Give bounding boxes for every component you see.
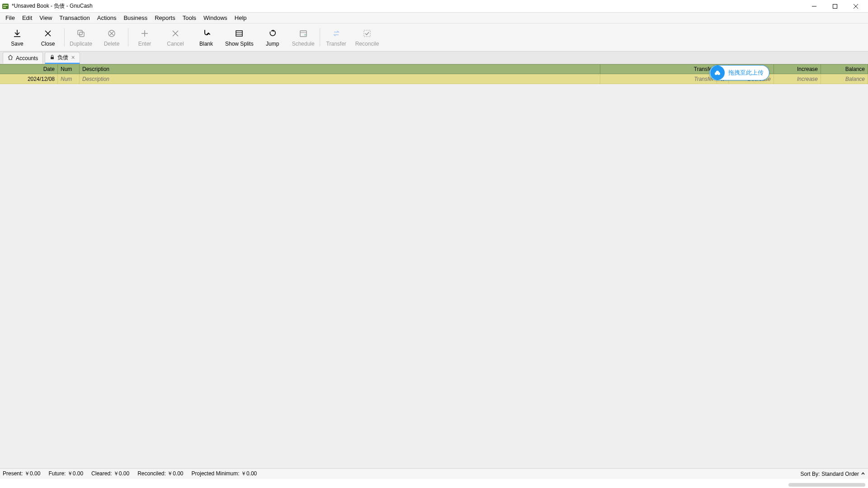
reconcile-icon (363, 28, 372, 39)
cell-balance[interactable]: Balance (821, 74, 868, 84)
menu-edit[interactable]: Edit (19, 13, 36, 23)
delete-icon (107, 28, 116, 39)
enter-button[interactable]: Enter (129, 25, 160, 50)
close-icon (44, 28, 52, 39)
blank-button[interactable]: Blank (191, 25, 222, 50)
toolbar-separator (320, 28, 320, 47)
menu-help[interactable]: Help (231, 13, 250, 23)
show-splits-button[interactable]: Show Splits (222, 25, 257, 50)
sort-label: Sort By: (801, 471, 820, 477)
jump-button[interactable]: Jump (257, 25, 288, 50)
tab-ledger-label: 负债 (57, 54, 68, 61)
schedule-button[interactable]: Schedule (288, 25, 319, 50)
menu-file[interactable]: File (2, 13, 19, 23)
home-icon (8, 55, 13, 61)
statusbar: Present: ￥0.00 Future: ￥0.00 Cleared: ￥0… (0, 468, 868, 479)
window-title: *Unsaved Book - 负债 - GnuCash (12, 2, 804, 10)
jump-label: Jump (266, 41, 279, 47)
sort-value: Standard Order (821, 471, 859, 477)
reconcile-button[interactable]: Reconcile (352, 25, 383, 50)
svg-rect-26 (51, 57, 54, 59)
jump-icon (268, 28, 277, 39)
tab-accounts[interactable]: Accounts (3, 52, 43, 64)
menu-tools[interactable]: Tools (179, 13, 200, 23)
column-num[interactable]: Num (58, 65, 80, 74)
register-body (0, 84, 868, 468)
status-present: Present: ￥0.00 (3, 470, 40, 478)
upload-pill[interactable]: 拖拽至此上传 (709, 65, 769, 80)
splits-icon (235, 28, 244, 39)
menu-actions[interactable]: Actions (94, 13, 120, 23)
titlebar: *Unsaved Book - 负债 - GnuCash (0, 0, 868, 13)
show-splits-label: Show Splits (225, 41, 254, 47)
app-icon (2, 3, 9, 10)
menu-transaction[interactable]: Transaction (56, 13, 93, 23)
duplicate-label: Duplicate (70, 41, 92, 47)
cancel-icon (171, 28, 179, 39)
transfer-label: Transfer (326, 41, 346, 47)
status-left: Present: ￥0.00 Future: ￥0.00 Cleared: ￥0… (3, 470, 257, 478)
minimize-button[interactable] (804, 0, 825, 13)
transfer-icon (332, 28, 341, 39)
tab-ledger[interactable]: 负债 ✕ (45, 52, 80, 64)
blank-label: Blank (199, 41, 213, 47)
column-transfer[interactable]: Transfer (600, 65, 717, 74)
tab-accounts-label: Accounts (16, 55, 38, 61)
menu-windows[interactable]: Windows (200, 13, 231, 23)
status-projected: Projected Minimum: ￥0.00 (192, 470, 257, 478)
save-icon (13, 28, 22, 39)
duplicate-button[interactable]: Duplicate (66, 25, 96, 50)
transfer-button[interactable]: Transfer (321, 25, 352, 50)
column-date[interactable]: Date (0, 65, 58, 74)
toolbar-separator (64, 28, 65, 47)
status-cleared: Cleared: ￥0.00 (91, 470, 129, 478)
schedule-label: Schedule (292, 41, 315, 47)
plus-icon (140, 28, 149, 39)
svg-rect-0 (2, 4, 9, 9)
svg-rect-22 (300, 31, 307, 37)
close-button[interactable] (845, 0, 866, 13)
svg-rect-25 (364, 30, 370, 37)
tab-close-icon[interactable]: ✕ (71, 55, 75, 61)
delete-label: Delete (104, 41, 120, 47)
column-increase[interactable]: Increase (774, 65, 821, 74)
menu-reports[interactable]: Reports (151, 13, 179, 23)
column-balance[interactable]: Balance (821, 65, 868, 74)
duplicate-icon (76, 28, 85, 39)
cell-description[interactable]: Description (80, 74, 600, 84)
cancel-label: Cancel (167, 41, 184, 47)
column-description[interactable]: Description (80, 65, 600, 74)
delete-button[interactable]: Delete (96, 25, 127, 50)
status-future: Future: ￥0.00 (48, 470, 83, 478)
calendar-icon (299, 28, 308, 39)
close-tab-button[interactable]: Close (33, 25, 63, 50)
window-controls (804, 0, 866, 13)
toolbar: Save Close Duplicate Delete Enter Cancel (0, 23, 868, 52)
close-label: Close (41, 41, 55, 47)
chevron-up-icon (861, 471, 865, 477)
svg-rect-1 (3, 5, 8, 6)
cloud-icon (710, 66, 725, 80)
upload-text: 拖拽至此上传 (728, 69, 764, 77)
menubar: File Edit View Transaction Actions Busin… (0, 13, 868, 23)
horizontal-scrollbar[interactable] (788, 483, 865, 487)
blank-icon (202, 28, 211, 39)
svg-rect-19 (236, 31, 242, 36)
bottom-spacer (0, 479, 868, 488)
cancel-button[interactable]: Cancel (160, 25, 191, 50)
status-sort[interactable]: Sort By: Standard Order (801, 471, 865, 477)
maximize-button[interactable] (825, 0, 845, 13)
menu-business[interactable]: Business (120, 13, 151, 23)
cell-transfer[interactable]: Transfer (600, 74, 717, 84)
toolbar-separator (128, 28, 128, 47)
lock-icon (50, 55, 55, 61)
cell-increase[interactable]: Increase (774, 74, 821, 84)
svg-rect-2 (3, 7, 6, 8)
cell-date[interactable]: 2024/12/08 (0, 74, 58, 84)
cell-num[interactable]: Num (58, 74, 80, 84)
svg-point-24 (304, 34, 306, 36)
save-button[interactable]: Save (2, 25, 33, 50)
menu-view[interactable]: View (36, 13, 56, 23)
enter-label: Enter (138, 41, 151, 47)
reconcile-label: Reconcile (355, 41, 379, 47)
